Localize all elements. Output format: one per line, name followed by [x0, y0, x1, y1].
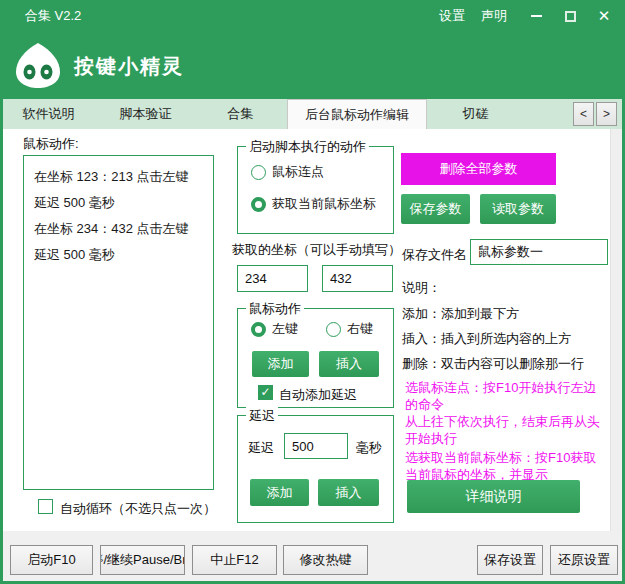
radio-get-coord-label: 获取当前鼠标坐标: [272, 195, 376, 213]
delay-label: 延迟: [248, 439, 274, 457]
radio-mouse-click-icon: [251, 165, 266, 180]
app-window: 合集 V2.2 设置 声明 ✕ 按键小精灵 软件说明 脚本验证 合集 后台鼠标动…: [0, 0, 625, 584]
list-item[interactable]: 在坐标 123：213 点击左键: [34, 164, 203, 190]
auto-delay-label: 自动添加延迟: [279, 386, 357, 404]
mouse-actions-label: 鼠标动作:: [23, 135, 79, 153]
stop-f12-button[interactable]: 中止F12: [192, 545, 277, 575]
tab-background-mouse-editor[interactable]: 后台鼠标动作编辑: [287, 99, 427, 129]
tab-scroll-arrows: < >: [573, 102, 617, 126]
footer-bar: 启动F10 暂停/继续Pause/Break 中止F12 修改热键 保存设置 还…: [0, 531, 625, 584]
help-delete-line: 删除：双击内容可以删除那一行: [402, 355, 584, 373]
app-name: 按键小精灵: [74, 53, 184, 80]
hint-execution-order: 从上往下依次执行，结束后再从头开始执行: [405, 413, 605, 447]
tab-collection[interactable]: 合集: [194, 99, 287, 129]
tab-software-info[interactable]: 软件说明: [0, 99, 97, 129]
main-content: 鼠标动作: 在坐标 123：213 点击左键 延迟 500 毫秒 在坐标 234…: [0, 129, 625, 531]
settings-menu-item[interactable]: 设置: [439, 7, 465, 25]
start-action-group: 启动脚本执行的动作 鼠标连点 获取当前鼠标坐标: [237, 146, 394, 234]
hint-get-coord: 选获取当前鼠标坐标：按F10获取当前鼠标的坐标，并显示: [405, 449, 605, 483]
save-params-button[interactable]: 保存参数: [401, 194, 470, 224]
radio-left-button[interactable]: 左键: [251, 320, 298, 338]
radio-get-coord-icon: [251, 197, 266, 212]
app-logo-icon: [14, 41, 62, 92]
tab-next-button[interactable]: >: [596, 102, 617, 126]
tab-bar: 软件说明 脚本验证 合集 后台鼠标动作编辑 切磋 < >: [0, 99, 625, 129]
auto-loop-label: 自动循环（不选只点一次）: [60, 500, 216, 518]
mouse-action-group: 鼠标动作 左键 右键 添加 插入 ✓ 自动添加延迟: [237, 308, 394, 408]
mouse-add-button[interactable]: 添加: [252, 351, 309, 377]
delay-unit-label: 毫秒: [356, 439, 382, 457]
vertical-scrollbar[interactable]: [610, 129, 625, 531]
radio-left-button-icon: [251, 322, 266, 337]
radio-right-button[interactable]: 右键: [326, 320, 373, 338]
start-f10-button[interactable]: 启动F10: [10, 545, 93, 575]
titlebar: 合集 V2.2 设置 声明 ✕: [0, 0, 625, 32]
radio-right-button-label: 右键: [347, 320, 373, 338]
help-title: 说明：: [402, 279, 441, 297]
maximize-icon: [565, 11, 576, 22]
auto-delay-checkbox[interactable]: ✓: [258, 385, 273, 400]
delay-insert-button[interactable]: 插入: [318, 479, 379, 506]
help-add-line: 添加：添加到最下方: [402, 305, 519, 323]
pause-resume-button[interactable]: 暂停/继续Pause/Break: [100, 545, 185, 575]
radio-get-coord[interactable]: 获取当前鼠标坐标: [251, 195, 376, 213]
tab-qiecuo[interactable]: 切磋: [427, 99, 524, 129]
restore-settings-button[interactable]: 还原设置: [550, 545, 618, 575]
filename-input[interactable]: [470, 239, 608, 265]
delay-group: 延迟 延迟 毫秒 添加 插入: [237, 415, 394, 523]
radio-right-button-icon: [326, 322, 341, 337]
maximize-button[interactable]: [557, 5, 583, 27]
hint-mouse-click-text: 选鼠标连点：按F10开始执行左边的命令: [405, 380, 596, 412]
list-item[interactable]: 延迟 500 毫秒: [34, 242, 203, 268]
radio-mouse-click-label: 鼠标连点: [272, 163, 324, 181]
statement-menu-item[interactable]: 声明: [481, 7, 507, 25]
window-title: 合集 V2.2: [25, 7, 81, 25]
mouse-action-group-title: 鼠标动作: [246, 300, 304, 318]
mouse-insert-button[interactable]: 插入: [319, 351, 379, 377]
list-item[interactable]: 在坐标 234：432 点击左键: [34, 216, 203, 242]
coord-x-input[interactable]: [237, 265, 308, 292]
hint-mouse-click: 选鼠标连点：按F10开始执行左边的命令: [405, 379, 605, 413]
hint-get-coord-text: 选获取当前鼠标坐标：按F10获取当前鼠标的坐标，并显示: [405, 450, 596, 482]
radio-left-button-label: 左键: [272, 320, 298, 338]
list-item[interactable]: 延迟 500 毫秒: [34, 190, 203, 216]
app-header: 按键小精灵: [0, 32, 625, 99]
help-insert-line: 插入：插入到所选内容的上方: [402, 330, 571, 348]
delete-all-params-button[interactable]: 删除全部参数: [401, 153, 556, 185]
tab-prev-button[interactable]: <: [573, 102, 594, 126]
auto-loop-checkbox[interactable]: [38, 499, 53, 514]
radio-mouse-click[interactable]: 鼠标连点: [251, 163, 324, 181]
load-params-button[interactable]: 读取参数: [480, 194, 556, 224]
mouse-actions-list[interactable]: 在坐标 123：213 点击左键 延迟 500 毫秒 在坐标 234：432 点…: [23, 155, 214, 490]
delay-add-button[interactable]: 添加: [250, 479, 309, 506]
save-settings-button[interactable]: 保存设置: [477, 545, 543, 575]
tab-script-verify[interactable]: 脚本验证: [97, 99, 194, 129]
delay-group-title: 延迟: [246, 407, 278, 425]
coord-y-input[interactable]: [322, 265, 393, 292]
filename-label: 保存文件名: [402, 246, 467, 264]
start-action-group-title: 启动脚本执行的动作: [246, 138, 369, 156]
minimize-button[interactable]: [523, 5, 549, 27]
detail-help-button[interactable]: 详细说明: [407, 480, 580, 513]
coords-hint-label: 获取的坐标（可以手动填写）: [232, 241, 401, 259]
hint-execution-order-text: 从上往下依次执行，结束后再从头开始执行: [405, 414, 600, 446]
minimize-icon: [531, 15, 542, 17]
close-button[interactable]: ✕: [591, 5, 617, 27]
edit-hotkey-button[interactable]: 修改热键: [283, 545, 368, 575]
delay-input[interactable]: [284, 433, 348, 459]
